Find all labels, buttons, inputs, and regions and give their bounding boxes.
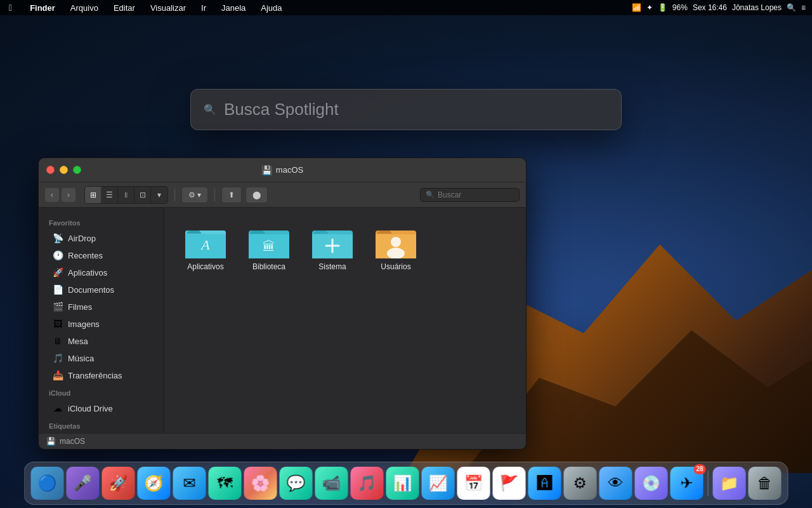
finder-toolbar: ‹ › ⊞ ☰ ⫴ ⊡ ▾ ⚙ ▾ ⬆ ⬤ 🔍 [39, 182, 526, 208]
dock-item-launchpad[interactable]: 🚀 [102, 467, 135, 500]
dock-item-preview[interactable]: 👁 [599, 467, 632, 500]
dock-item-appstore[interactable]: 🅰 [528, 467, 561, 500]
folder-label-usuarios: Usuários [381, 262, 410, 271]
apple-menu[interactable]:  [6, 1, 15, 14]
toolbar-right: 🔍 [420, 188, 520, 202]
menubar-arquivo[interactable]: Arquivo [68, 2, 101, 14]
menubar:  Finder Arquivo Editar Visualizar Ir Ja… [0, 0, 812, 15]
menubar-notification-icon[interactable]: ≡ [801, 3, 806, 12]
menubar-battery-percent: 96% [672, 3, 688, 12]
folder-aplicativos[interactable]: A Aplicativos [177, 220, 234, 276]
folder-biblioteca[interactable]: 🏛 Biblioteca [240, 220, 298, 276]
svg-point-13 [391, 237, 401, 247]
folder-usuarios[interactable]: Usuários [367, 220, 424, 276]
finder-window: 💾 macOS ‹ › ⊞ ☰ ⫴ ⊡ ▾ ⚙ ▾ ⬆ ⬤ 🔍 [38, 157, 527, 450]
dock-item-reminders[interactable]: 🚩 [493, 467, 526, 500]
column-view-button[interactable]: ⫴ [118, 187, 134, 203]
finder-titlebar: 💾 macOS [39, 158, 526, 182]
folder-icon-aplicativos: A [185, 225, 226, 258]
gallery-view-button[interactable]: ⊡ [134, 187, 151, 203]
dock-item-trash[interactable]: 🗑 [749, 467, 782, 500]
menubar-search-icon[interactable]: 🔍 [787, 3, 796, 12]
sidebar-item-documentos[interactable]: 📄 Documentos [43, 281, 160, 298]
menubar-editar[interactable]: Editar [111, 2, 138, 14]
finder-title: 💾 macOS [261, 165, 303, 175]
forward-button[interactable]: › [62, 188, 75, 202]
sidebar-item-airdrop[interactable]: 📡 AirDrop [43, 230, 160, 246]
svg-text:A: A [200, 237, 210, 253]
dock-item-messages[interactable]: 💬 [280, 467, 313, 500]
dock-item-settings[interactable]: ⚙ [564, 467, 597, 500]
menubar-time[interactable]: Sex 16:46 [693, 3, 727, 12]
dock-item-folder[interactable]: 📁 [713, 467, 746, 500]
maximize-button[interactable] [73, 166, 81, 174]
folder-sistema[interactable]: Sistema [304, 220, 361, 276]
menubar-janela[interactable]: Janela [219, 2, 248, 14]
sidebar-item-transferencias[interactable]: 📥 Transferências [43, 367, 160, 384]
icon-view-button[interactable]: ⊞ [85, 187, 102, 203]
dock-item-safari[interactable]: 🧭 [138, 467, 171, 500]
sidebar-etiquetas-label: Etiquetas [39, 417, 164, 432]
dock-item-maps[interactable]: 🗺 [209, 467, 242, 500]
sidebar-item-recentes[interactable]: 🕐 Recentes [43, 247, 160, 264]
dock-item-photos[interactable]: 🌸 [244, 467, 277, 500]
sidebar-item-musica[interactable]: 🎵 Música [43, 350, 160, 366]
folder-label-sistema: Sistema [318, 262, 346, 271]
menubar-right: 📶 ✦ 🔋 96% Sex 16:46 Jônatas Lopes 🔍 ≡ [632, 3, 806, 12]
finder-content: A Aplicativos [164, 208, 526, 433]
menubar-ir[interactable]: Ir [199, 2, 209, 14]
share-button[interactable]: ⬆ [221, 187, 242, 203]
dock-item-mail[interactable]: ✉ [173, 467, 206, 500]
photos-dock-icon: 🌸 [251, 474, 270, 492]
icloud-icon: ☁ [53, 403, 63, 413]
filmes-icon: 🎬 [53, 302, 63, 312]
documentos-icon: 📄 [53, 284, 63, 295]
back-button[interactable]: ‹ [45, 188, 59, 202]
dock-item-keynote[interactable]: 📈 [422, 467, 455, 500]
sidebar-item-imagens[interactable]: 🖼 Imagens [43, 316, 160, 332]
dock-item-facetime[interactable]: 📹 [315, 467, 348, 500]
action-button[interactable]: ⚙ ▾ [181, 187, 208, 203]
view-buttons: ⊞ ☰ ⫴ ⊡ ▾ [84, 186, 168, 204]
menubar-finder[interactable]: Finder [27, 2, 58, 14]
sidebar-item-icloud-drive[interactable]: ☁ iCloud Drive [43, 400, 160, 417]
sidebar-item-filmes[interactable]: 🎬 Filmes [43, 298, 160, 315]
dock-item-calendar[interactable]: 📅 [457, 467, 490, 500]
tag-button[interactable]: ⬤ [246, 187, 268, 203]
telegram-badge: 28 [693, 464, 705, 474]
dock-item-telegram[interactable]: ✈ 28 [671, 467, 704, 500]
sidebar-item-aplicativos[interactable]: 🚀 Aplicativos [43, 264, 160, 281]
menubar-battery-icon[interactable]: 🔋 [658, 3, 667, 12]
facetime-dock-icon: 📹 [322, 474, 341, 492]
dock-item-finder[interactable]: 🔵 [31, 467, 64, 500]
spotlight-input[interactable] [224, 100, 608, 119]
folder-icon-biblioteca: 🏛 [249, 225, 289, 258]
list-view-button[interactable]: ☰ [102, 187, 118, 203]
dock-item-siri[interactable]: 🎤 [67, 467, 100, 500]
close-button[interactable] [46, 166, 55, 174]
menubar-bluetooth-icon[interactable]: ✦ [646, 3, 653, 12]
dock-item-disks[interactable]: 💿 [635, 467, 668, 500]
sidebar-icloud-label: iCloud [39, 384, 164, 399]
messages-dock-icon: 💬 [287, 474, 306, 492]
search-box: 🔍 [420, 188, 520, 202]
dock-item-itunes[interactable]: 🎵 [351, 467, 384, 500]
search-input[interactable] [438, 190, 514, 199]
menubar-wifi-icon[interactable]: 📶 [632, 3, 641, 12]
menubar-visualizar[interactable]: Visualizar [148, 2, 188, 14]
dock-item-numbers[interactable]: 📊 [386, 467, 419, 500]
menubar-ajuda[interactable]: Ajuda [258, 2, 284, 14]
launchpad-dock-icon: 🚀 [109, 474, 128, 492]
folder-icon-sistema [312, 225, 353, 258]
sidebar-item-mesa[interactable]: 🖥 Mesa [43, 333, 160, 349]
airdrop-icon: 📡 [53, 233, 63, 243]
mesa-icon: 🖥 [53, 336, 63, 346]
spotlight-box: 🔍 [190, 89, 622, 130]
calendar-dock-icon: 📅 [464, 474, 483, 492]
folder-label-biblioteca: Biblioteca [252, 262, 285, 271]
finder-body: Favoritos 📡 AirDrop 🕐 Recentes 🚀 Aplicat… [39, 208, 526, 433]
siri-dock-icon: 🎤 [74, 474, 93, 492]
view-options-button[interactable]: ▾ [151, 187, 167, 203]
minimize-button[interactable] [60, 166, 68, 174]
menubar-user[interactable]: Jônatas Lopes [732, 3, 782, 12]
